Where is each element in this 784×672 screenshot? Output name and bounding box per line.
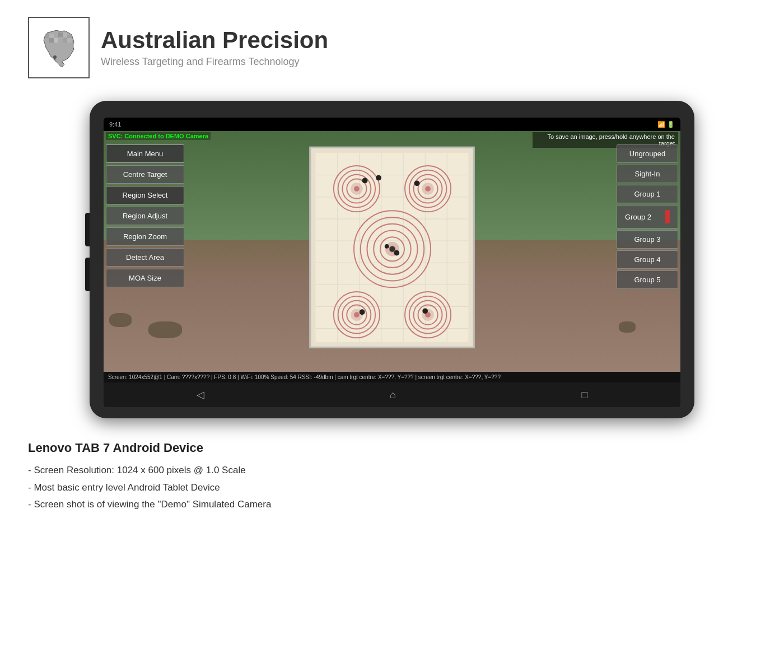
ungrouped-button[interactable]: Ungrouped	[617, 144, 678, 163]
svg-point-65	[390, 246, 395, 252]
target-board	[310, 147, 475, 348]
tablet-wrapper: 9:41 📶 🔋	[84, 101, 700, 418]
main-menu-button[interactable]: Main Menu	[106, 144, 184, 163]
rock-3	[619, 321, 636, 333]
svg-rect-2	[45, 34, 49, 38]
device-detail: - Screen Resolution: 1024 x 600 pixels @…	[28, 462, 756, 514]
svg-point-67	[385, 244, 389, 249]
region-select-button[interactable]: Region Select	[106, 186, 184, 204]
power-button[interactable]	[85, 258, 90, 291]
status-time: 9:41	[109, 121, 121, 128]
group2-button[interactable]: Group 2	[617, 205, 678, 228]
detect-area-button[interactable]: Detect Area	[106, 248, 184, 267]
detail-line-2: - Most basic entry level Android Tablet …	[28, 479, 756, 497]
connection-status: SVC: Connected to DEMO Camera	[106, 132, 211, 140]
header-text: Australian Precision Wireless Targeting …	[101, 27, 328, 67]
svg-point-62	[362, 178, 368, 184]
svg-rect-4	[54, 32, 58, 37]
svg-rect-13	[67, 38, 72, 43]
svg-rect-14	[69, 43, 74, 47]
home-nav-button[interactable]: ⌂	[390, 389, 396, 401]
group3-button[interactable]: Group 3	[617, 230, 678, 249]
logo-icon	[34, 22, 84, 73]
svg-point-69	[422, 308, 428, 314]
header-subtitle: Wireless Targeting and Firearms Technolo…	[101, 56, 328, 68]
logo-box	[28, 17, 90, 78]
sight-in-button[interactable]: Sight-In	[617, 165, 678, 183]
group4-button[interactable]: Group 4	[617, 250, 678, 269]
tablet-body: 9:41 📶 🔋	[90, 101, 694, 418]
overlay-top: SVC: Connected to DEMO Camera To save an…	[104, 131, 680, 149]
region-adjust-button[interactable]: Region Adjust	[106, 207, 184, 225]
rock-2	[148, 321, 182, 338]
target-board-inner	[316, 153, 469, 342]
tablet-screen: 9:41 📶 🔋	[104, 118, 680, 407]
back-nav-button[interactable]: ◁	[197, 389, 204, 401]
recents-nav-button[interactable]: □	[581, 389, 587, 401]
svg-rect-9	[49, 38, 54, 43]
detail-line-3: - Screen shot is of viewing the "Demo" S…	[28, 496, 756, 514]
header: Australian Precision Wireless Targeting …	[0, 0, 784, 95]
device-title: Lenovo TAB 7 Android Device	[28, 441, 756, 455]
svg-rect-6	[63, 32, 67, 37]
svg-rect-8	[45, 38, 49, 43]
status-icons: 📶 🔋	[657, 121, 675, 128]
svg-point-66	[394, 250, 399, 256]
group1-button[interactable]: Group 1	[617, 185, 678, 203]
svg-point-64	[414, 180, 420, 186]
camera-view: SVC: Connected to DEMO Camera To save an…	[104, 131, 680, 372]
group5-button[interactable]: Group 5	[617, 270, 678, 289]
rock-1	[109, 313, 132, 327]
svg-rect-5	[58, 32, 63, 37]
svg-rect-12	[63, 38, 67, 43]
device-info-section: Lenovo TAB 7 Android Device - Screen Res…	[0, 424, 784, 530]
svg-rect-10	[54, 38, 58, 43]
centre-target-button[interactable]: Centre Target	[106, 165, 184, 184]
header-title: Australian Precision	[101, 27, 328, 53]
svg-point-36	[354, 186, 360, 192]
target-svg	[316, 153, 469, 342]
volume-button[interactable]	[85, 213, 90, 246]
android-status-bar: 9:41 📶 🔋	[104, 118, 680, 131]
android-nav-bar: ◁ ⌂ □	[104, 382, 680, 407]
region-zoom-button[interactable]: Region Zoom	[106, 227, 184, 246]
group2-indicator	[665, 210, 670, 223]
svg-point-68	[360, 309, 365, 315]
svg-point-63	[376, 175, 381, 181]
detail-line-1: - Screen Resolution: 1024 x 600 pixels @…	[28, 462, 756, 479]
svg-rect-3	[49, 34, 54, 38]
bottom-status-bar: Screen: 1024x552@1 | Cam: ????x???? | FP…	[104, 372, 680, 382]
left-menu: Main Menu Centre Target Region Select Re…	[104, 142, 186, 290]
moa-size-button[interactable]: MOA Size	[106, 269, 184, 287]
svg-rect-11	[58, 38, 63, 43]
right-menu: Ungrouped Sight-In Group 1 Group 2 Group…	[614, 142, 680, 291]
svg-point-55	[354, 312, 360, 318]
svg-point-42	[425, 186, 431, 192]
